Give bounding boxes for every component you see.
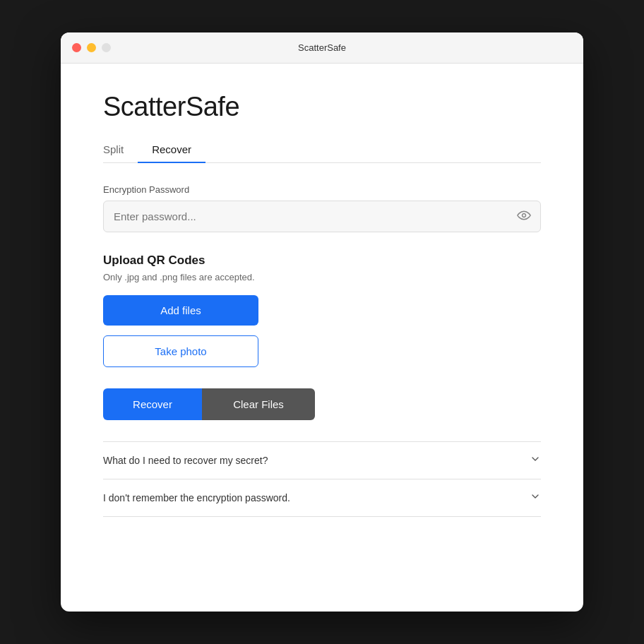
svg-point-0 xyxy=(523,213,526,217)
faq-item-0[interactable]: What do I need to recover my secret? xyxy=(103,442,541,479)
action-row: Recover Clear Files xyxy=(103,388,541,420)
tab-split[interactable]: Split xyxy=(103,136,138,162)
tab-recover[interactable]: Recover xyxy=(138,136,205,162)
titlebar: ScatterSafe xyxy=(61,32,583,64)
upload-title: Upload QR Codes xyxy=(103,254,541,268)
upload-subtitle: Only .jpg and .png files are accepted. xyxy=(103,272,541,282)
recover-button[interactable]: Recover xyxy=(103,388,202,420)
password-label: Encryption Password xyxy=(103,184,541,195)
password-wrapper xyxy=(103,201,541,232)
faq-section: What do I need to recover my secret? I d… xyxy=(103,441,541,517)
faq-question-0: What do I need to recover my secret? xyxy=(103,455,268,466)
upload-section: Upload QR Codes Only .jpg and .png files… xyxy=(103,254,541,388)
password-input[interactable] xyxy=(103,201,541,232)
eye-icon[interactable] xyxy=(517,208,531,225)
main-content: ScatterSafe Split Recover Encryption Pas… xyxy=(61,64,583,612)
titlebar-buttons xyxy=(72,43,111,52)
chevron-down-icon-0 xyxy=(530,453,541,467)
faq-item-1[interactable]: I don't remember the encryption password… xyxy=(103,479,541,517)
clear-files-button[interactable]: Clear Files xyxy=(202,388,315,420)
take-photo-button[interactable]: Take photo xyxy=(103,335,258,367)
add-files-button[interactable]: Add files xyxy=(103,295,258,326)
chevron-down-icon-1 xyxy=(530,491,541,505)
tab-bar: Split Recover xyxy=(103,136,541,163)
minimize-button[interactable] xyxy=(87,43,96,52)
titlebar-title: ScatterSafe xyxy=(298,42,346,53)
close-button[interactable] xyxy=(72,43,81,52)
faq-question-1: I don't remember the encryption password… xyxy=(103,492,290,503)
maximize-button[interactable] xyxy=(102,43,111,52)
app-window: ScatterSafe ScatterSafe Split Recover En… xyxy=(61,32,583,612)
password-section: Encryption Password xyxy=(103,184,541,232)
app-title: ScatterSafe xyxy=(103,92,541,122)
upload-buttons: Add files Take photo xyxy=(103,295,541,388)
